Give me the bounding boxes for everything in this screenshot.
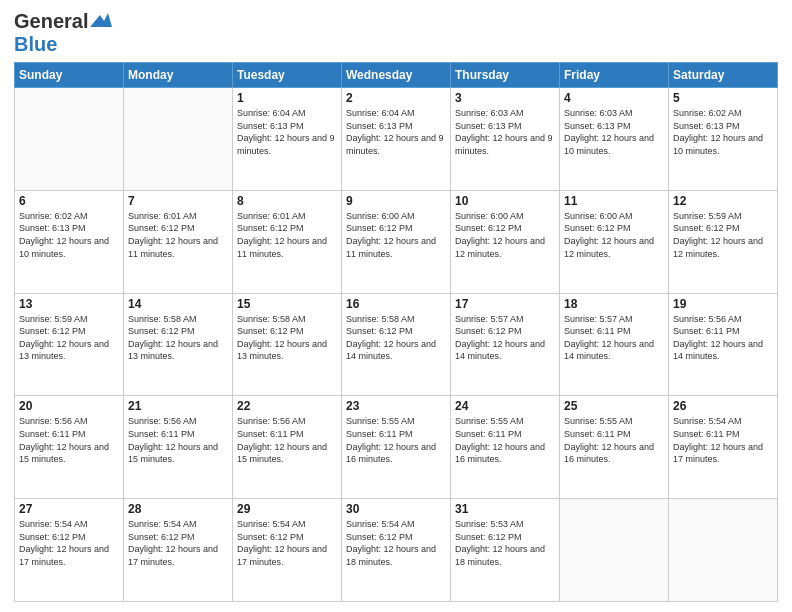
calendar-day-cell — [560, 499, 669, 602]
day-number: 25 — [564, 399, 664, 413]
calendar-day-cell: 12Sunrise: 5:59 AM Sunset: 6:12 PM Dayli… — [669, 190, 778, 293]
calendar-day-cell: 2Sunrise: 6:04 AM Sunset: 6:13 PM Daylig… — [342, 88, 451, 191]
day-info: Sunrise: 5:57 AM Sunset: 6:11 PM Dayligh… — [564, 313, 664, 363]
day-number: 18 — [564, 297, 664, 311]
calendar-day-cell: 14Sunrise: 5:58 AM Sunset: 6:12 PM Dayli… — [124, 293, 233, 396]
day-number: 26 — [673, 399, 773, 413]
day-number: 1 — [237, 91, 337, 105]
calendar-day-cell: 25Sunrise: 5:55 AM Sunset: 6:11 PM Dayli… — [560, 396, 669, 499]
day-info: Sunrise: 6:03 AM Sunset: 6:13 PM Dayligh… — [564, 107, 664, 157]
day-number: 28 — [128, 502, 228, 516]
day-info: Sunrise: 6:01 AM Sunset: 6:12 PM Dayligh… — [128, 210, 228, 260]
calendar-day-cell: 30Sunrise: 5:54 AM Sunset: 6:12 PM Dayli… — [342, 499, 451, 602]
calendar-week-row: 1Sunrise: 6:04 AM Sunset: 6:13 PM Daylig… — [15, 88, 778, 191]
logo-bird-icon — [90, 13, 112, 29]
day-number: 10 — [455, 194, 555, 208]
calendar-day-header: Sunday — [15, 63, 124, 88]
calendar-day-header: Monday — [124, 63, 233, 88]
day-number: 8 — [237, 194, 337, 208]
calendar-day-cell: 21Sunrise: 5:56 AM Sunset: 6:11 PM Dayli… — [124, 396, 233, 499]
calendar-day-cell: 5Sunrise: 6:02 AM Sunset: 6:13 PM Daylig… — [669, 88, 778, 191]
day-info: Sunrise: 5:55 AM Sunset: 6:11 PM Dayligh… — [346, 415, 446, 465]
day-info: Sunrise: 6:00 AM Sunset: 6:12 PM Dayligh… — [564, 210, 664, 260]
day-info: Sunrise: 5:55 AM Sunset: 6:11 PM Dayligh… — [455, 415, 555, 465]
day-info: Sunrise: 5:55 AM Sunset: 6:11 PM Dayligh… — [564, 415, 664, 465]
day-info: Sunrise: 5:53 AM Sunset: 6:12 PM Dayligh… — [455, 518, 555, 568]
day-info: Sunrise: 5:54 AM Sunset: 6:12 PM Dayligh… — [128, 518, 228, 568]
day-number: 13 — [19, 297, 119, 311]
svg-marker-0 — [90, 13, 112, 27]
calendar-week-row: 20Sunrise: 5:56 AM Sunset: 6:11 PM Dayli… — [15, 396, 778, 499]
calendar-day-cell: 29Sunrise: 5:54 AM Sunset: 6:12 PM Dayli… — [233, 499, 342, 602]
calendar-day-cell: 13Sunrise: 5:59 AM Sunset: 6:12 PM Dayli… — [15, 293, 124, 396]
calendar-day-cell: 11Sunrise: 6:00 AM Sunset: 6:12 PM Dayli… — [560, 190, 669, 293]
day-number: 27 — [19, 502, 119, 516]
day-number: 4 — [564, 91, 664, 105]
day-number: 24 — [455, 399, 555, 413]
day-info: Sunrise: 6:02 AM Sunset: 6:13 PM Dayligh… — [673, 107, 773, 157]
day-info: Sunrise: 5:56 AM Sunset: 6:11 PM Dayligh… — [673, 313, 773, 363]
calendar-day-header: Friday — [560, 63, 669, 88]
day-number: 21 — [128, 399, 228, 413]
calendar-day-cell: 24Sunrise: 5:55 AM Sunset: 6:11 PM Dayli… — [451, 396, 560, 499]
day-number: 9 — [346, 194, 446, 208]
calendar-day-cell: 23Sunrise: 5:55 AM Sunset: 6:11 PM Dayli… — [342, 396, 451, 499]
calendar-day-cell — [669, 499, 778, 602]
day-info: Sunrise: 5:54 AM Sunset: 6:11 PM Dayligh… — [673, 415, 773, 465]
day-info: Sunrise: 6:00 AM Sunset: 6:12 PM Dayligh… — [346, 210, 446, 260]
day-info: Sunrise: 5:57 AM Sunset: 6:12 PM Dayligh… — [455, 313, 555, 363]
day-number: 20 — [19, 399, 119, 413]
calendar-day-cell: 18Sunrise: 5:57 AM Sunset: 6:11 PM Dayli… — [560, 293, 669, 396]
calendar-day-cell: 7Sunrise: 6:01 AM Sunset: 6:12 PM Daylig… — [124, 190, 233, 293]
day-number: 22 — [237, 399, 337, 413]
day-info: Sunrise: 5:58 AM Sunset: 6:12 PM Dayligh… — [237, 313, 337, 363]
day-number: 12 — [673, 194, 773, 208]
calendar-day-header: Wednesday — [342, 63, 451, 88]
day-info: Sunrise: 5:58 AM Sunset: 6:12 PM Dayligh… — [128, 313, 228, 363]
day-number: 17 — [455, 297, 555, 311]
day-info: Sunrise: 6:01 AM Sunset: 6:12 PM Dayligh… — [237, 210, 337, 260]
calendar-day-cell: 15Sunrise: 5:58 AM Sunset: 6:12 PM Dayli… — [233, 293, 342, 396]
calendar-day-cell: 9Sunrise: 6:00 AM Sunset: 6:12 PM Daylig… — [342, 190, 451, 293]
calendar-day-header: Thursday — [451, 63, 560, 88]
day-info: Sunrise: 5:54 AM Sunset: 6:12 PM Dayligh… — [19, 518, 119, 568]
calendar-day-header: Saturday — [669, 63, 778, 88]
day-info: Sunrise: 6:00 AM Sunset: 6:12 PM Dayligh… — [455, 210, 555, 260]
day-number: 23 — [346, 399, 446, 413]
calendar-day-cell: 3Sunrise: 6:03 AM Sunset: 6:13 PM Daylig… — [451, 88, 560, 191]
calendar-table: SundayMondayTuesdayWednesdayThursdayFrid… — [14, 62, 778, 602]
day-info: Sunrise: 5:59 AM Sunset: 6:12 PM Dayligh… — [673, 210, 773, 260]
logo-blue-text: Blue — [14, 33, 57, 55]
day-info: Sunrise: 5:59 AM Sunset: 6:12 PM Dayligh… — [19, 313, 119, 363]
calendar-day-cell: 19Sunrise: 5:56 AM Sunset: 6:11 PM Dayli… — [669, 293, 778, 396]
day-number: 2 — [346, 91, 446, 105]
calendar-day-cell: 26Sunrise: 5:54 AM Sunset: 6:11 PM Dayli… — [669, 396, 778, 499]
day-number: 15 — [237, 297, 337, 311]
day-number: 31 — [455, 502, 555, 516]
day-number: 11 — [564, 194, 664, 208]
calendar-day-cell — [15, 88, 124, 191]
day-info: Sunrise: 5:56 AM Sunset: 6:11 PM Dayligh… — [128, 415, 228, 465]
calendar-day-cell: 31Sunrise: 5:53 AM Sunset: 6:12 PM Dayli… — [451, 499, 560, 602]
calendar-day-cell: 1Sunrise: 6:04 AM Sunset: 6:13 PM Daylig… — [233, 88, 342, 191]
calendar-day-cell: 4Sunrise: 6:03 AM Sunset: 6:13 PM Daylig… — [560, 88, 669, 191]
day-info: Sunrise: 5:54 AM Sunset: 6:12 PM Dayligh… — [237, 518, 337, 568]
calendar-week-row: 6Sunrise: 6:02 AM Sunset: 6:13 PM Daylig… — [15, 190, 778, 293]
day-info: Sunrise: 6:02 AM Sunset: 6:13 PM Dayligh… — [19, 210, 119, 260]
day-info: Sunrise: 6:04 AM Sunset: 6:13 PM Dayligh… — [346, 107, 446, 157]
day-number: 5 — [673, 91, 773, 105]
day-info: Sunrise: 6:04 AM Sunset: 6:13 PM Dayligh… — [237, 107, 337, 157]
header: General Blue — [14, 10, 778, 56]
calendar-day-cell: 27Sunrise: 5:54 AM Sunset: 6:12 PM Dayli… — [15, 499, 124, 602]
day-number: 16 — [346, 297, 446, 311]
calendar-day-cell — [124, 88, 233, 191]
day-number: 29 — [237, 502, 337, 516]
calendar-week-row: 13Sunrise: 5:59 AM Sunset: 6:12 PM Dayli… — [15, 293, 778, 396]
day-number: 30 — [346, 502, 446, 516]
calendar-day-cell: 20Sunrise: 5:56 AM Sunset: 6:11 PM Dayli… — [15, 396, 124, 499]
logo-general-text: General — [14, 10, 88, 33]
day-number: 3 — [455, 91, 555, 105]
calendar-day-cell: 10Sunrise: 6:00 AM Sunset: 6:12 PM Dayli… — [451, 190, 560, 293]
logo: General Blue — [14, 10, 112, 56]
page: General Blue SundayMondayTuesdayWednesda… — [0, 0, 792, 612]
